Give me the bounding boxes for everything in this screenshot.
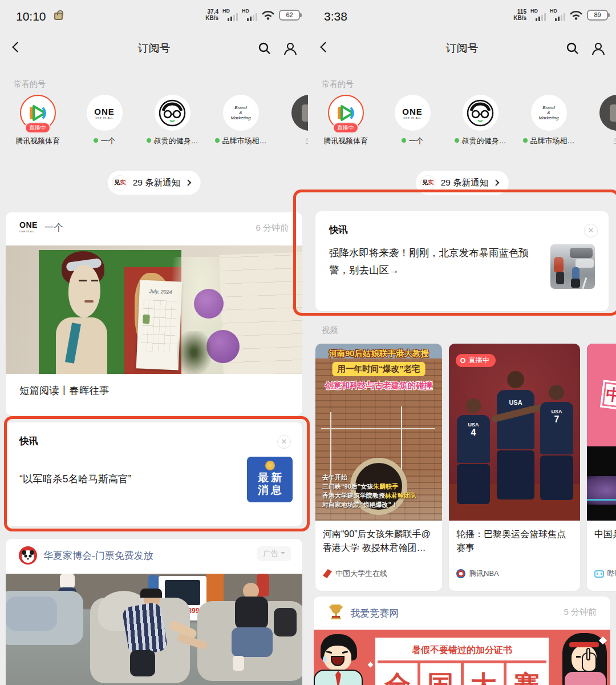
signal-bars-icon: HD <box>242 8 257 22</box>
recent-account-brand-marketing[interactable]: Brand & Marketing 品牌市场相… <box>517 95 581 146</box>
bilibili-icon <box>594 570 604 578</box>
cartoon-face-logo <box>155 95 191 131</box>
player: USA4 <box>457 398 490 504</box>
one-logo: ONE ONE IS ALL <box>395 95 431 131</box>
close-icon[interactable]: ✕ <box>584 224 598 237</box>
recent-account-one[interactable]: ONE ONE IS ALL 一个 <box>72 95 136 146</box>
article-cover-image: July, 2024 <box>6 245 302 374</box>
contest-banner-image: 暑假不要错过的加分证书 全 国 大 赛 <box>314 630 610 685</box>
video-account[interactable]: 腾讯NBA <box>456 569 499 579</box>
caption-block: 去年开始 三门峡“90后”女孩朱麟联手 香港大学建筑学院教授林君翰团队 对自家地… <box>322 473 416 509</box>
article-title: 短篇阅读丨春晖往事 <box>19 384 110 397</box>
person-blob <box>60 574 75 589</box>
wifi-icon <box>569 10 583 20</box>
notice-avatar: 见实 <box>420 175 436 191</box>
notice-avatar: 见实 <box>112 175 128 191</box>
search-icon[interactable] <box>258 42 271 55</box>
online-dot <box>402 138 406 143</box>
online-dot <box>455 138 459 143</box>
video-card[interactable]: 河南90后姑娘联手港大教授 用一年时间“爆改”老宅 创意和科技与古老建筑的碰撞 … <box>315 344 442 591</box>
video-thumbnail: 中 <box>587 344 616 521</box>
video-account[interactable]: 哔哩 <box>594 569 616 579</box>
video-card[interactable]: 中 中国乒 哔哩 <box>587 344 616 591</box>
video-account[interactable]: 中国大学生在线 <box>323 569 387 579</box>
recent-account-tencent-sports[interactable]: 直播中 腾讯视频体育 <box>314 95 378 146</box>
one-logo: ONE <box>19 220 38 229</box>
recent-account-fitness[interactable]: 叔贵的健身… <box>140 95 204 146</box>
chevron-right-icon <box>185 179 191 186</box>
video-title: 轮播：巴黎奥运会篮球焦点赛事 <box>456 527 573 555</box>
account-logo-icon <box>323 569 332 578</box>
contacts-icon[interactable] <box>283 42 298 55</box>
video-title: 中国乒 <box>594 527 616 541</box>
search-icon[interactable] <box>566 42 579 55</box>
recent-account-tencent-sports[interactable]: 直播中 腾讯视频体育 <box>6 95 70 146</box>
cartoon-man <box>314 634 373 685</box>
recent-account-fitness[interactable]: 叔贵的健身… <box>448 95 512 146</box>
recent-account-one[interactable]: ONE ONE IS ALL 一个 <box>380 95 444 146</box>
flash-thumbnail <box>550 244 595 289</box>
online-dot <box>147 138 151 143</box>
brand-marketing-logo: Brand & Marketing <box>531 95 567 131</box>
poster-character: 中 <box>600 380 616 410</box>
avatar <box>291 95 309 131</box>
cartoon-face-logo <box>463 95 499 131</box>
account-name: 一个 <box>44 221 63 234</box>
recent-account-partial[interactable]: 尘 <box>277 95 308 146</box>
contest-card[interactable]: 我爱竞赛网 5 分钟前 暑假不要错过的加分证书 全 国 大 赛 <box>314 597 610 685</box>
close-icon[interactable]: ✕ <box>277 435 291 449</box>
flash-news-card[interactable]: 快讯 ✕ “以军暗杀5名哈马斯高官” 最新消息 <box>6 422 302 526</box>
video-thumbnail: USA4 USA USA7 直播中 <box>449 344 580 521</box>
signal-bars-icon: HD <box>530 8 546 22</box>
video-title: 河南“90”后女孩朱麟联手@香港大学 教授林君翰团… <box>323 527 436 555</box>
ad-account-name: 华夏家博会-门票免费发放 <box>43 549 153 562</box>
recent-accounts-label: 常看的号 <box>322 79 354 90</box>
live-badge: 直播中 <box>25 122 51 134</box>
gold-seal <box>265 461 275 470</box>
video-card[interactable]: USA4 USA USA7 直播中 轮播：巴黎奥运会篮球焦点赛事 腾讯NBA <box>449 344 580 591</box>
recent-account-partial[interactable]: 尘 <box>585 95 616 146</box>
recent-account-brand-marketing[interactable]: Brand & Marketing 品牌市场相… <box>209 95 273 146</box>
brand-marketing-logo: Brand & Marketing <box>223 95 259 131</box>
video-section-label: 视频 <box>322 325 338 336</box>
tencent-video-logo: 直播中 <box>328 95 364 131</box>
contacts-icon[interactable] <box>591 42 606 55</box>
article-card[interactable]: ONE ONE IS ALL 一个 6 分钟前 July, 2024 <box>6 212 302 416</box>
flash-news-card[interactable]: 快讯 ✕ 强降水即将来袭！刚刚，北京发布暴雨蓝色预警，别去山区→ <box>315 211 609 311</box>
ad-card[interactable]: 华夏家博会-门票免费发放 广告 ¥8999 <box>6 539 302 685</box>
account-logo-icon <box>456 569 465 578</box>
tencent-video-logo: 直播中 <box>20 95 56 131</box>
lock-icon <box>54 13 63 20</box>
ad-badge[interactable]: 广告 <box>257 546 291 561</box>
overlay-banner: 用一年时间“爆改”老宅 <box>333 362 425 376</box>
screen-right: 3:38 115KB/s HD HD 89 订阅号 常看的号 直播中 <box>308 0 616 685</box>
player: USA <box>497 371 534 499</box>
chevron-right-icon <box>493 179 499 186</box>
player: USA7 <box>540 385 573 500</box>
trophy-logo <box>327 603 345 623</box>
screenshot-canvas: 10:10 37.4KB/s HD HD 62 订阅号 常看的号 <box>0 0 616 685</box>
signal-bars-icon: HD <box>550 8 565 22</box>
purple-allium <box>206 330 240 363</box>
purple-allium <box>194 289 224 319</box>
contest-account-name: 我爱竞赛网 <box>350 607 399 620</box>
nav-bar: 订阅号 <box>308 33 616 63</box>
handbag <box>274 608 297 636</box>
ad-image: ¥8999 <box>6 574 302 685</box>
banner-title: 暑假不要错过的加分证书 <box>378 640 546 660</box>
panda-logo <box>18 546 38 565</box>
screen-left: 10:10 37.4KB/s HD HD 62 订阅号 常看的号 <box>0 0 308 685</box>
chevron-down-icon <box>281 552 285 557</box>
wifi-icon <box>261 10 275 20</box>
avatar <box>599 95 616 131</box>
clock: 3:38 <box>324 10 347 23</box>
battery-icon: 62 <box>279 10 300 21</box>
recent-accounts-label: 常看的号 <box>14 79 46 90</box>
one-logo: ONE ONE IS ALL <box>87 95 123 131</box>
new-notifications-button[interactable]: 见实 29 条新通知 <box>416 171 509 195</box>
new-notifications-button[interactable]: 见实 29 条新通知 <box>108 171 201 195</box>
nav-bar: 订阅号 <box>0 33 308 63</box>
online-dot <box>94 138 98 143</box>
live-badge: 直播中 <box>333 122 359 134</box>
video-thumbnail: 河南90后姑娘联手港大教授 用一年时间“爆改”老宅 创意和科技与古老建筑的碰撞 … <box>315 344 442 521</box>
